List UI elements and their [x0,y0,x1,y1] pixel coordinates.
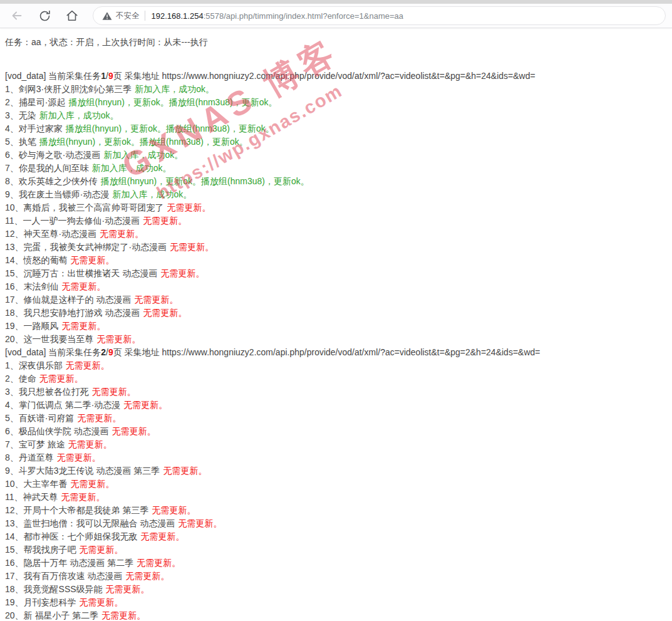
item-number: 6、 [5,426,19,436]
item-number: 13、 [5,518,24,528]
list-item: 16、隐居十万年 动态漫画 第二季无需更新。 [5,556,667,570]
item-number: 7、 [5,439,19,449]
item-title: 掌门低调点 第二季·动态漫 [19,400,121,410]
item-status: 无需更新。 [61,492,105,502]
item-status: 新加入库，成功ok。 [112,189,192,199]
item-number: 1、 [5,84,19,94]
list-item: 1、剑网3·侠肝义胆沈剑心第三季新加入库，成功ok。 [5,83,667,96]
item-status: 无需更新。 [80,597,123,607]
item-number: 10、 [5,202,24,212]
list-item: 10、大主宰年番无需更新。 [5,477,667,491]
header-suffix: 页 采集地址 [113,347,162,357]
home-button[interactable] [61,6,83,25]
item-title: 对手过家家 [19,123,63,133]
item-number: 12、 [5,229,24,239]
list-item: 14、都市神医：七个师姐保我无敌无需更新。 [5,530,667,543]
item-number: 13、 [5,242,24,252]
item-status: 无需更新。 [160,268,204,278]
item-title: 新 福星小子 第二季 [24,610,99,620]
item-title: 使命 [19,373,36,384]
item-title: 极品仙侠学院 动态漫画 [19,426,109,436]
list-item: 8、丹道至尊无需更新。 [5,451,667,464]
item-title: 月刊妄想科学 [24,597,76,607]
vod-section: [vod_data] 当前采集任务2/9页 采集地址 https://www.h… [5,346,667,621]
item-number: 5、 [5,137,19,147]
item-number: 14、 [5,255,24,265]
home-icon [65,9,79,23]
header-suffix: 页 采集地址 [113,71,162,81]
item-title: 宝可梦 旅途 [19,439,65,449]
vod-section: [vod_data] 当前采集任务1/9页 采集地址 https://www.h… [5,70,667,346]
item-title: 我在废土当镖师·动态漫 [19,189,110,199]
item-number: 14、 [5,531,24,541]
item-status: 无需更新。 [57,452,101,462]
list-item: 12、神天至尊·动态漫画无需更新。 [5,227,667,241]
item-number: 18、 [5,584,24,594]
item-title: 都市神医：七个师姐保我无敌 [24,531,138,541]
header-prefix: [vod_data] 当前采集任务 [5,71,101,81]
item-number: 1、 [5,360,19,370]
section-header: [vod_data] 当前采集任务1/9页 采集地址 https://www.h… [5,70,667,83]
item-status: 无需更新。 [152,505,195,515]
item-status: 无需更新。 [71,255,115,265]
item-title: 完蛋，我被美女武神绑定了·动态漫画 [24,242,167,252]
item-status: 新加入库，成功ok。 [103,150,183,160]
item-number: 12、 [5,505,24,515]
item-status: 无需更新。 [178,518,222,528]
item-number: 4、 [5,400,19,410]
list-item: 15、帮我找房子吧无需更新。 [5,543,667,556]
list-item: 19、月刊妄想科学无需更新。 [5,596,667,609]
item-number: 16、 [5,558,24,568]
list-item: 6、极品仙侠学院 动态漫画无需更新。 [5,425,667,438]
list-item: 4、掌门低调点 第二季·动态漫无需更新。 [5,399,667,412]
url-bar[interactable]: 不安全 192.168.1.254:5578/api.php/timming/i… [93,6,666,25]
item-title: 一路顺风 [24,321,59,331]
page-current: 2 [101,347,106,357]
item-number: 2、 [5,373,19,384]
item-status: 无需更新。 [141,531,185,541]
item-title: 剑网3·侠肝义胆沈剑心第三季 [19,84,132,94]
item-status: 无需更新。 [77,413,121,423]
item-title: 隐居十万年 动态漫画 第二季 [24,558,134,568]
not-secure-warning-icon [102,11,112,21]
list-item: 17、修仙就是这样子的 动态漫画无需更新。 [5,293,667,306]
list-item: 3、无染新加入库，成功ok。 [5,109,667,122]
item-title: 盖世扫地僧：我可以无限融合 动态漫画 [24,518,175,528]
item-number: 11、 [5,492,23,502]
item-number: 17、 [5,571,24,581]
item-title: 我有百万倍攻速 动态漫画 [24,571,123,581]
item-status: 无需更新。 [39,373,83,384]
list-item: 5、执笔播放组(hnyun)，更新ok。播放组(hnm3u8)，更新ok。 [5,135,667,149]
item-number: 3、 [5,387,19,397]
item-status: 新加入库，成功ok。 [92,163,172,173]
item-number: 7、 [5,163,19,173]
item-number: 17、 [5,295,24,305]
item-number: 4、 [5,123,19,133]
item-number: 3、 [5,110,19,120]
section-header: [vod_data] 当前采集任务2/9页 采集地址 https://www.h… [5,346,667,359]
item-title: 丹道至尊 [19,452,54,462]
list-item: 3、我只想被各位打死无需更新。 [5,385,667,399]
item-number: 9、 [5,189,19,199]
item-number: 20、 [5,334,24,344]
list-item: 11、神武天尊无需更新。 [5,491,667,504]
list-item: 20、新 福星小子 第二季无需更新。 [5,609,667,621]
item-number: 11、 [5,216,23,226]
list-item: 8、欢乐英雄之少侠外传播放组(hnyun)，更新ok。播放组(hnm3u8)，更… [5,175,667,188]
item-status: 无需更新。 [137,558,180,568]
list-item: 6、砂与海之歌·动态漫画新加入库，成功ok。 [5,149,667,162]
list-item: 18、我只想安静地打游戏 动态漫画无需更新。 [5,306,667,320]
item-status: 播放组(hnyun)，更新ok。播放组(hnm3u8)，更新ok。 [101,176,309,186]
refresh-button[interactable] [34,6,55,25]
item-status: 无需更新。 [163,466,207,476]
list-item: 1、深夜俱乐部无需更新。 [5,359,667,372]
item-status: 无需更新。 [80,545,123,555]
item-title: 无染 [19,110,36,120]
back-button[interactable] [6,6,28,25]
item-status: 新加入库，成功ok。 [39,110,119,120]
list-item: 13、完蛋，我被美女武神绑定了·动态漫画无需更新。 [5,241,667,254]
item-title: 你是我的人间至味 [19,163,89,173]
item-status: 无需更新。 [62,281,106,291]
item-status: 无需更新。 [143,216,187,226]
item-status: 无需更新。 [170,242,214,252]
